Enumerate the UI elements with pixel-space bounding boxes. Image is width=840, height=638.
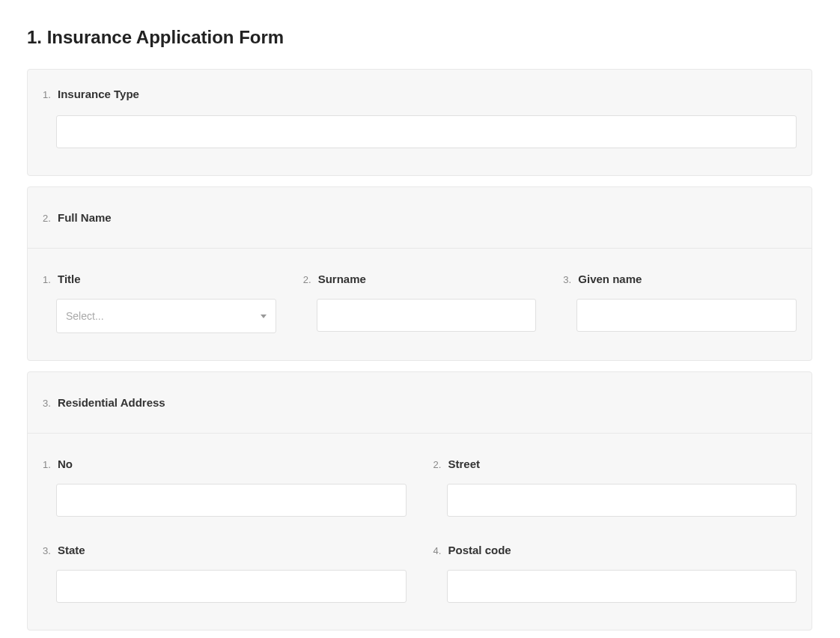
street-input[interactable] xyxy=(447,484,797,517)
field-title: 1. Title Select... xyxy=(43,273,276,333)
given-name-label-row: 3. Given name xyxy=(563,273,797,285)
residential-address-label: Residential Address xyxy=(58,396,165,409)
given-name-label: Given name xyxy=(578,273,642,285)
full-name-num: 2. xyxy=(43,213,52,224)
postal-code-input[interactable] xyxy=(447,570,797,603)
title-label-row: 1. Title xyxy=(43,273,276,285)
state-label-row: 3. State xyxy=(43,544,407,556)
insurance-type-label-row: 1. Insurance Type xyxy=(43,88,797,100)
surname-label: Surname xyxy=(318,273,366,285)
postal-code-label-row: 4. Postal code xyxy=(433,544,797,556)
surname-label-row: 2. Surname xyxy=(303,273,537,285)
given-name-num: 3. xyxy=(563,274,572,285)
street-num: 2. xyxy=(433,459,442,470)
title-select-placeholder: Select... xyxy=(66,310,104,322)
title-label: Title xyxy=(58,273,81,285)
full-name-label-row: 2. Full Name xyxy=(43,211,797,224)
chevron-down-icon xyxy=(261,315,267,318)
page-title-number: 1. xyxy=(27,27,42,47)
field-surname: 2. Surname xyxy=(303,273,537,333)
field-street: 2. Street xyxy=(433,458,797,517)
field-given-name: 3. Given name xyxy=(563,273,797,333)
residential-address-num: 3. xyxy=(43,398,52,409)
insurance-type-label: Insurance Type xyxy=(58,88,139,100)
field-postal-code: 4. Postal code xyxy=(433,544,797,603)
state-input[interactable] xyxy=(56,570,407,603)
page-title: 1. Insurance Application Form xyxy=(27,27,812,48)
field-state: 3. State xyxy=(43,544,407,603)
section-residential-address: 3. Residential Address 1. No 2. xyxy=(27,371,812,631)
residential-address-label-row: 3. Residential Address xyxy=(43,396,797,409)
surname-num: 2. xyxy=(303,274,312,285)
insurance-type-input[interactable] xyxy=(56,115,797,148)
street-label: Street xyxy=(448,458,481,470)
given-name-input[interactable] xyxy=(576,299,797,332)
no-label: No xyxy=(58,458,73,470)
postal-code-label: Postal code xyxy=(448,544,511,556)
section-insurance-type: 1. Insurance Type xyxy=(27,69,812,176)
street-label-row: 2. Street xyxy=(433,458,797,470)
no-num: 1. xyxy=(43,459,52,470)
insurance-type-num: 1. xyxy=(43,89,52,100)
no-input[interactable] xyxy=(56,484,407,517)
surname-input[interactable] xyxy=(317,299,537,332)
section-full-name: 2. Full Name 1. Title Select... xyxy=(27,186,812,361)
full-name-label: Full Name xyxy=(58,211,112,224)
postal-code-num: 4. xyxy=(433,545,442,556)
no-label-row: 1. No xyxy=(43,458,407,470)
field-no: 1. No xyxy=(43,458,407,517)
page-title-text: Insurance Application Form xyxy=(47,27,284,47)
state-num: 3. xyxy=(43,545,52,556)
state-label: State xyxy=(58,544,85,556)
title-num: 1. xyxy=(43,274,52,285)
title-select[interactable]: Select... xyxy=(56,299,276,333)
